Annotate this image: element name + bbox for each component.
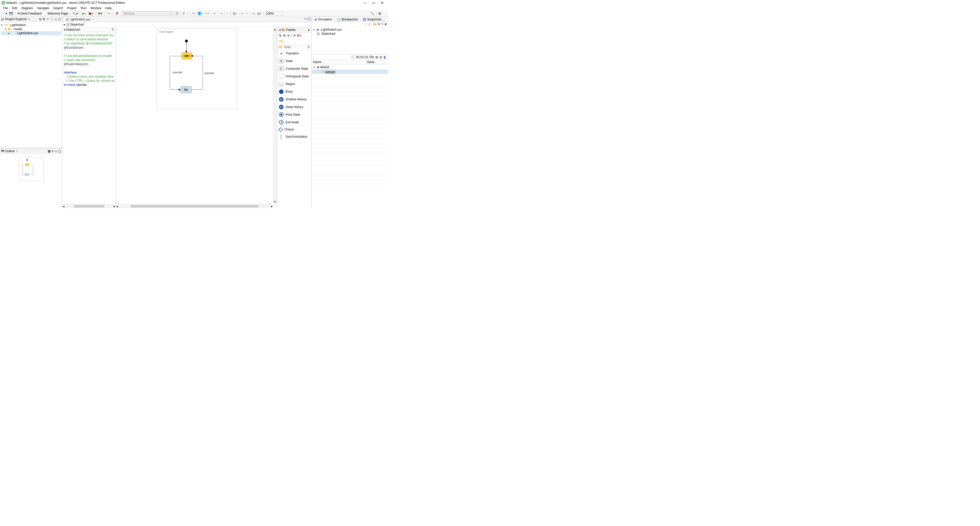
perspective-sc-button[interactable] bbox=[382, 12, 387, 15]
italic-button[interactable]: I bbox=[186, 11, 188, 16]
router-button[interactable]: ⌐ bbox=[226, 11, 229, 16]
menu-navigate[interactable]: Navigate bbox=[35, 6, 51, 11]
project-explorer-tree[interactable]: ▾📁 LightSwitch ▾📂 model ▸📄 LightSwitch.y… bbox=[0, 22, 62, 148]
zoom-in-icon[interactable]: ⊕ bbox=[283, 34, 286, 37]
outline-thumbnail[interactable] bbox=[0, 154, 62, 208]
breadcrumb-statechart[interactable]: Statechart bbox=[70, 23, 84, 26]
sim-record-icon[interactable]: ◉ bbox=[384, 22, 387, 26]
collapse-all-icon[interactable]: ⇆ bbox=[39, 18, 41, 21]
font-color-button[interactable]: A▾ bbox=[191, 11, 196, 16]
transition-label-left[interactable]: operate bbox=[173, 71, 182, 74]
menu-file[interactable]: File bbox=[2, 6, 10, 11]
generate-button[interactable]: ⚙▾ bbox=[97, 11, 103, 16]
tab-snapshots[interactable]: 🖼Snapshots bbox=[361, 17, 384, 22]
window-minimize-button[interactable]: — bbox=[363, 1, 367, 5]
welcome-page-button[interactable]: Welcome Page bbox=[43, 11, 69, 16]
send-feedback-button[interactable]: ✉ Send Feedback bbox=[17, 11, 43, 16]
palette-item-deep-history[interactable]: H*Deep History bbox=[277, 103, 311, 111]
menu-run[interactable]: Run bbox=[79, 6, 88, 11]
fill-color-button[interactable]: 🪣▾ bbox=[197, 11, 204, 16]
zoom-combo[interactable]: 100% bbox=[265, 11, 283, 16]
outline-min-icon[interactable]: ▭ bbox=[54, 149, 57, 153]
main-region[interactable]: main region Off operate operate On bbox=[157, 29, 237, 109]
minimize-view-icon[interactable]: ▭ bbox=[54, 18, 57, 21]
entry-node[interactable] bbox=[185, 40, 188, 42]
event-operate[interactable]: operate bbox=[325, 70, 335, 73]
sim-child-node[interactable]: Statechart bbox=[321, 32, 335, 35]
palette-item-exit-node[interactable]: ✕Exit Node bbox=[277, 118, 311, 126]
definition-editor[interactable]: // Use the event driven execution mo // … bbox=[62, 32, 116, 88]
close-tab-icon[interactable]: ✕ bbox=[92, 18, 95, 21]
wand-button[interactable]: ✎▾ bbox=[106, 11, 111, 16]
window-maximize-button[interactable]: ▭ bbox=[372, 1, 375, 5]
outline-close-icon[interactable]: ✕ bbox=[16, 149, 18, 153]
menu-edit[interactable]: Edit bbox=[11, 6, 19, 11]
palette-item-entry[interactable]: Entry bbox=[277, 88, 311, 96]
new-button[interactable]: 📄▾ bbox=[1, 11, 8, 16]
view-pin-icon[interactable]: ✕ bbox=[28, 18, 30, 21]
size-button[interactable]: ▣▾ bbox=[256, 11, 262, 16]
sim-terminate-icon[interactable]: ■ bbox=[378, 22, 380, 26]
palette-folder-icon[interactable]: 📁▾ bbox=[279, 40, 284, 43]
file-node[interactable]: LightSwitch.ysc bbox=[17, 32, 38, 35]
distribute-button[interactable]: ▭▾ bbox=[250, 11, 256, 16]
diagram-canvas[interactable]: main region Off operate operate On bbox=[116, 27, 277, 208]
col-name[interactable]: Name bbox=[312, 60, 365, 65]
interface-default[interactable]: default bbox=[320, 65, 329, 69]
search-icon[interactable]: 🔍 bbox=[369, 11, 375, 16]
save-button[interactable]: 💾 bbox=[8, 11, 14, 16]
folder-node[interactable]: model bbox=[14, 27, 22, 31]
align-button[interactable]: ⫞▾ bbox=[245, 11, 249, 16]
run-button[interactable]: ▶▾ bbox=[81, 11, 87, 16]
sim-step-icon[interactable]: ❙▶ bbox=[372, 22, 377, 26]
pin-button[interactable]: 📌 bbox=[114, 11, 119, 16]
canvas-vscroll[interactable]: ▴ ▾ bbox=[273, 27, 277, 204]
menu-window[interactable]: Window bbox=[89, 6, 103, 11]
palette-item-final-state[interactable]: Final State bbox=[277, 111, 311, 118]
col-value[interactable]: Value bbox=[365, 60, 388, 65]
def-edit-icon[interactable]: ✎ bbox=[111, 28, 114, 32]
project-node[interactable]: LightSwitch bbox=[10, 23, 25, 27]
view-menu-icon[interactable]: ⋮ bbox=[50, 18, 53, 21]
menu-project[interactable]: Project bbox=[65, 6, 78, 11]
transition-label-right[interactable]: operate bbox=[204, 72, 214, 75]
tools-pin-icon[interactable]: ⊘ bbox=[307, 45, 310, 49]
palette-item-sync[interactable]: │Synchronization bbox=[277, 133, 311, 140]
sim-table[interactable]: ▾≣default ⚡operate bbox=[312, 65, 388, 208]
note-tool-icon[interactable]: ◩▾ bbox=[297, 34, 301, 37]
sim-root-node[interactable]: LightSwitch.ysc bbox=[321, 28, 342, 32]
outline-mode1-icon[interactable]: ▦ bbox=[48, 149, 51, 153]
perspective-open-button[interactable]: ⊞ bbox=[378, 11, 382, 16]
tab-simulation[interactable]: ◉Simulation bbox=[312, 17, 334, 22]
arrow-style-button[interactable]: →▾ bbox=[217, 11, 223, 16]
palette-item-state[interactable]: SState bbox=[277, 57, 311, 65]
tab-breakpoints[interactable]: ◯Breakpoints bbox=[335, 17, 360, 22]
build-button[interactable]: 🔨▾ bbox=[72, 11, 79, 16]
editor-tab-lightswitch[interactable]: ◳ LightSwitch.ysc ✕ bbox=[63, 17, 97, 22]
canvas-hscroll[interactable]: ◂▸ bbox=[116, 204, 273, 208]
sim-extra-icon[interactable]: ◧ bbox=[383, 56, 387, 59]
palette-item-transition[interactable]: ➔Transition bbox=[277, 49, 311, 57]
simulation-tree[interactable]: ▾◉ LightSwitch.ysc ◳ Statechart bbox=[312, 27, 388, 55]
sim-resume-icon[interactable]: ▷ bbox=[365, 22, 367, 26]
line-color-button[interactable]: ✏▾ bbox=[204, 11, 210, 16]
select-button[interactable]: ▦▾ bbox=[232, 11, 238, 16]
line-style-button[interactable]: ―▾ bbox=[210, 11, 216, 16]
palette-item-orthogonal-state[interactable]: Orthogonal State bbox=[277, 73, 311, 80]
window-close-button[interactable]: ✕ bbox=[380, 1, 384, 5]
editor-max-icon[interactable]: ▢ bbox=[307, 17, 310, 21]
marquee-tool-icon[interactable]: ⬚▾ bbox=[291, 34, 296, 37]
link-editor-icon[interactable]: ⇅ bbox=[43, 18, 45, 21]
sim-restart-icon[interactable]: ⟲ bbox=[381, 22, 383, 26]
palette-item-region[interactable]: Region bbox=[277, 80, 311, 88]
bold-button[interactable]: B bbox=[182, 11, 186, 16]
outline-max-icon[interactable]: ▢ bbox=[58, 149, 61, 153]
font-name-input[interactable] bbox=[122, 11, 171, 16]
sim-suspend-icon[interactable]: ⏸ bbox=[368, 22, 371, 26]
select-tool-icon[interactable]: ⬉ bbox=[279, 34, 282, 37]
menu-help[interactable]: Help bbox=[104, 6, 113, 11]
palette-item-shallow-history[interactable]: HShallow History bbox=[277, 96, 311, 103]
palette-item-composite-state[interactable]: CComposite State bbox=[277, 65, 311, 73]
collapse-all-icon[interactable]: ⊟ bbox=[380, 56, 382, 59]
zoom-out-icon[interactable]: ⊖ bbox=[287, 34, 290, 37]
